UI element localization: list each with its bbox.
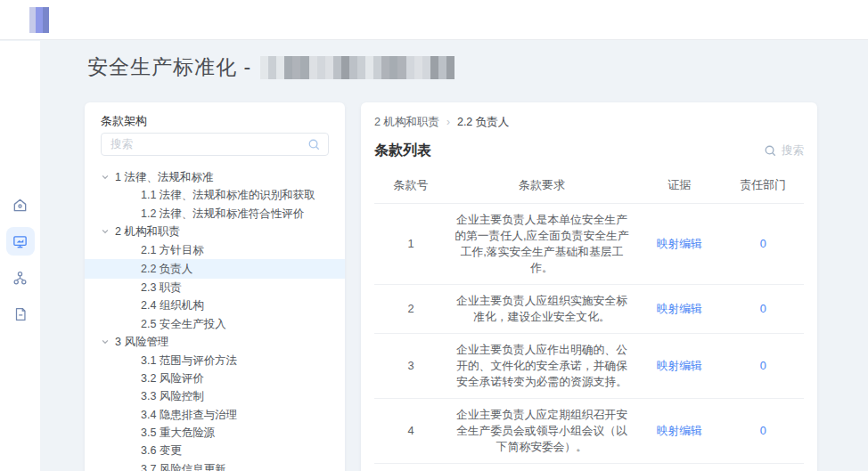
tree-leaf[interactable]: 2.5 安全生产投入 [101, 315, 329, 333]
tree-search-box [101, 133, 329, 156]
list-search-label: 搜索 [782, 143, 804, 158]
page-header: 安全生产标准化 - [87, 53, 454, 81]
tree-search-input[interactable] [101, 133, 329, 156]
tree-leaf[interactable]: 3.5 重大危险源 [101, 424, 329, 442]
clause-requirement-cell: 企业主要负责人应组织实施安全标准化，建设企业安全文化。 [447, 285, 636, 334]
chevron-down-icon[interactable] [101, 337, 110, 346]
clause-requirement-cell: 落实领导干部带班制度；主要负责人要对领导干部带班负全责。 [447, 464, 636, 471]
chevron-down-icon[interactable] [101, 227, 110, 236]
tree-leaf[interactable]: 2.4 组织机构 [101, 296, 329, 314]
evidence-cell: 映射编辑 [636, 464, 722, 471]
tree-leaf[interactable]: 3.1 范围与评价方法 [101, 352, 329, 369]
page-title: 安全生产标准化 - [87, 53, 251, 81]
app-logo [29, 7, 49, 33]
search-icon [764, 144, 777, 158]
list-search-button[interactable]: 搜索 [764, 143, 804, 158]
mapping-edit-link[interactable]: 映射编辑 [657, 302, 702, 315]
tree-node-label: 3 风险管理 [115, 335, 168, 350]
dept-cell: 0 [722, 285, 804, 334]
breadcrumb-separator: › [446, 115, 450, 130]
tree-node[interactable]: 2 机构和职责 [101, 223, 329, 240]
tree-node[interactable]: 3 风险管理 [101, 333, 329, 351]
table-row: 3企业主要负责人应作出明确的、公开的、文件化的安全承诺，并确保安全承诺转变为必需… [374, 334, 804, 399]
tree-leaf[interactable]: 1.2 法律、法规和标准符合性评价 [101, 205, 329, 223]
clause-requirement-cell: 企业主要负责人是本单位安全生产的第一责任人,应全面负责安全生产工作,落实安全生产… [447, 204, 636, 285]
table-row: 5落实领导干部带班制度；主要负责人要对领导干部带班负全责。映射编辑0 [374, 464, 804, 471]
clause-number-cell: 1 [374, 204, 447, 285]
monitor-chart-icon [12, 233, 29, 250]
top-bar [0, 0, 868, 40]
left-nav-rail [0, 41, 40, 471]
tree-leaf[interactable]: 2.2 负责人 [85, 259, 345, 279]
home-icon [12, 197, 29, 214]
clause-requirement-cell: 企业主要负责人应作出明确的、公开的、文件化的安全承诺，并确保安全承诺转变为必需的… [447, 334, 636, 399]
dept-count-link[interactable]: 0 [760, 424, 766, 437]
clause-structure-panel: 条款架构 1 法律、法规和标准1.1 法律、法规和标准的识别和获取1.2 法律、… [85, 102, 345, 471]
tree-leaf[interactable]: 1.1 法律、法规和标准的识别和获取 [101, 186, 329, 204]
clause-number-cell: 5 [374, 464, 447, 471]
table-row: 4企业主要负责人应定期组织召开安全生产委员会或领导小组会议（以下简称安委会）。映… [374, 399, 804, 464]
clause-tree: 1 法律、法规和标准1.1 法律、法规和标准的识别和获取1.2 法律、法规和标准… [101, 168, 329, 471]
tree-panel-title: 条款架构 [101, 113, 329, 129]
table-header-cell: 责任部门 [722, 169, 804, 204]
evidence-cell: 映射编辑 [636, 399, 722, 464]
clause-number-cell: 4 [374, 399, 447, 464]
tree-leaf[interactable]: 3.2 风险评价 [101, 369, 329, 387]
list-header: 条款列表 搜索 [374, 142, 804, 160]
tree-leaf[interactable]: 3.4 隐患排查与治理 [101, 406, 329, 424]
list-title: 条款列表 [374, 142, 431, 160]
evidence-cell: 映射编辑 [636, 285, 722, 334]
breadcrumb: 2 机构和职责›2.2 负责人 [374, 115, 804, 130]
breadcrumb-item: 2.2 负责人 [457, 115, 509, 130]
dept-cell: 0 [722, 204, 804, 285]
clause-table: 条款号条款要求证据责任部门 1企业主要负责人是本单位安全生产的第一责任人,应全面… [374, 169, 804, 471]
redacted-company-name [260, 56, 454, 79]
tree-leaf[interactable]: 2.3 职责 [101, 279, 329, 296]
table-row: 1企业主要负责人是本单位安全生产的第一责任人,应全面负责安全生产工作,落实安全生… [374, 204, 804, 285]
evidence-cell: 映射编辑 [636, 204, 722, 285]
evidence-cell: 映射编辑 [636, 334, 722, 399]
tree-leaf[interactable]: 3.3 风险控制 [101, 387, 329, 405]
mapping-edit-link[interactable]: 映射编辑 [657, 237, 702, 250]
dept-count-link[interactable]: 0 [760, 302, 766, 315]
breadcrumb-item[interactable]: 2 机构和职责 [374, 115, 439, 130]
dept-count-link[interactable]: 0 [760, 359, 766, 372]
table-header-cell: 证据 [636, 169, 722, 204]
table-header-cell: 条款号 [374, 169, 447, 204]
nav-dashboard[interactable] [6, 227, 35, 256]
search-icon[interactable] [307, 138, 321, 155]
org-chart-icon [12, 270, 29, 287]
clause-list-panel: 2 机构和职责›2.2 负责人 条款列表 搜索 条款号条款要求证据责任部门 1企… [361, 102, 817, 471]
tree-node[interactable]: 1 法律、法规和标准 [101, 168, 329, 186]
nav-home[interactable] [6, 191, 35, 219]
clause-requirement-cell: 企业主要负责人应定期组织召开安全生产委员会或领导小组会议（以下简称安委会）。 [447, 399, 636, 464]
chevron-down-icon[interactable] [101, 173, 110, 182]
tree-leaf[interactable]: 2.1 方针目标 [101, 241, 329, 259]
nav-organization[interactable] [6, 264, 35, 292]
dept-count-link[interactable]: 0 [760, 237, 766, 250]
table-header-cell: 条款要求 [447, 169, 636, 204]
tree-leaf[interactable]: 3.6 变更 [101, 442, 329, 459]
dept-cell: 0 [722, 464, 804, 471]
tree-node-label: 2 机构和职责 [115, 224, 180, 240]
nav-documents[interactable] [6, 300, 35, 329]
tree-leaf[interactable]: 3.7 风险信息更新 [101, 460, 329, 471]
mapping-edit-link[interactable]: 映射编辑 [657, 359, 702, 372]
dept-cell: 0 [722, 399, 804, 464]
document-icon [12, 306, 29, 322]
mapping-edit-link[interactable]: 映射编辑 [657, 424, 702, 437]
tree-node-label: 1 法律、法规和标准 [115, 170, 213, 185]
table-row: 2企业主要负责人应组织实施安全标准化，建设企业安全文化。映射编辑0 [374, 285, 804, 334]
dept-cell: 0 [722, 334, 804, 399]
clause-number-cell: 3 [374, 334, 447, 399]
clause-number-cell: 2 [374, 285, 447, 334]
